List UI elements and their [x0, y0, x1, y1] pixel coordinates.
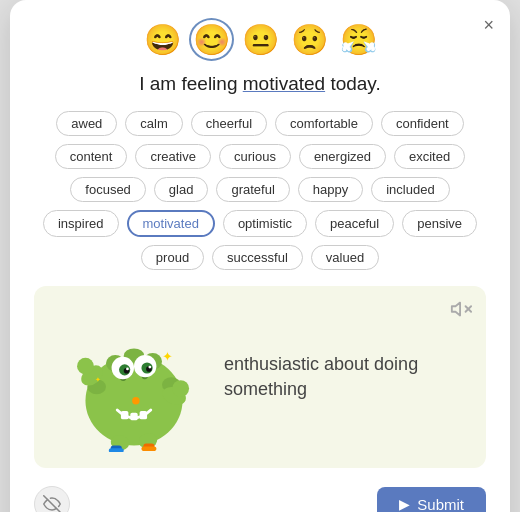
feeling-modal: × 😄😊😐😟😤 I am feeling motivated today. aw…	[10, 0, 510, 512]
emoji-motivated[interactable]: 😊	[191, 20, 232, 59]
tag-curious[interactable]: curious	[219, 144, 291, 169]
tag-valued[interactable]: valued	[311, 245, 379, 270]
svg-text:✦: ✦	[162, 349, 173, 364]
svg-point-18	[126, 368, 129, 371]
emoji-happy[interactable]: 😄	[142, 20, 183, 59]
svg-text:✦: ✦	[95, 375, 101, 384]
tags-container: awedcalmcheerfulcomfortableconfidentcont…	[34, 111, 486, 270]
definition-text: enthusiastic about doing something	[214, 352, 466, 402]
monster-illustration: ✦ ✦	[64, 312, 204, 452]
illustration-box: ✦ ✦ enthusiastic about doing something	[34, 286, 486, 468]
svg-rect-21	[130, 413, 137, 420]
svg-rect-26	[109, 448, 124, 452]
tag-energized[interactable]: energized	[299, 144, 386, 169]
submit-label: Submit	[417, 496, 464, 513]
tag-grateful[interactable]: grateful	[216, 177, 289, 202]
svg-point-7	[77, 358, 94, 375]
tag-comfortable[interactable]: comfortable	[275, 111, 373, 136]
eye-slash-icon	[43, 495, 61, 512]
footer: ▶ Submit	[34, 486, 486, 512]
svg-point-23	[132, 397, 139, 404]
monster-area: ✦ ✦	[54, 302, 214, 452]
tag-calm[interactable]: calm	[125, 111, 182, 136]
close-button[interactable]: ×	[483, 16, 494, 34]
feeling-suffix: today.	[325, 73, 381, 94]
svg-point-19	[148, 366, 151, 369]
tag-proud[interactable]: proud	[141, 245, 204, 270]
svg-marker-32	[452, 303, 460, 316]
tag-content[interactable]: content	[55, 144, 128, 169]
tag-included[interactable]: included	[371, 177, 449, 202]
emoji-row: 😄😊😐😟😤	[34, 20, 486, 59]
submit-button[interactable]: ▶ Submit	[377, 487, 486, 513]
sound-icon[interactable]	[450, 298, 472, 325]
feeling-title: I am feeling motivated today.	[34, 73, 486, 95]
svg-rect-29	[141, 446, 156, 451]
svg-rect-22	[140, 411, 147, 419]
tag-pensive[interactable]: pensive	[402, 210, 477, 237]
tag-cheerful[interactable]: cheerful	[191, 111, 267, 136]
tag-inspired[interactable]: inspired	[43, 210, 119, 237]
tag-motivated[interactable]: motivated	[127, 210, 215, 237]
svg-rect-20	[121, 411, 128, 419]
emoji-neutral[interactable]: 😐	[240, 20, 281, 59]
hide-button[interactable]	[34, 486, 70, 512]
svg-point-9	[172, 380, 189, 397]
play-icon: ▶	[399, 496, 410, 512]
tag-happy[interactable]: happy	[298, 177, 363, 202]
tag-excited[interactable]: excited	[394, 144, 465, 169]
tag-awed[interactable]: awed	[56, 111, 117, 136]
tag-glad[interactable]: glad	[154, 177, 209, 202]
tag-confident[interactable]: confident	[381, 111, 464, 136]
emoji-angry[interactable]: 😤	[338, 20, 379, 59]
tag-successful[interactable]: successful	[212, 245, 303, 270]
tag-optimistic[interactable]: optimistic	[223, 210, 307, 237]
feeling-word: motivated	[243, 73, 325, 94]
tag-creative[interactable]: creative	[135, 144, 211, 169]
feeling-prefix: I am feeling	[139, 73, 243, 94]
tag-focused[interactable]: focused	[70, 177, 146, 202]
emoji-sad[interactable]: 😟	[289, 20, 330, 59]
tag-peaceful[interactable]: peaceful	[315, 210, 394, 237]
